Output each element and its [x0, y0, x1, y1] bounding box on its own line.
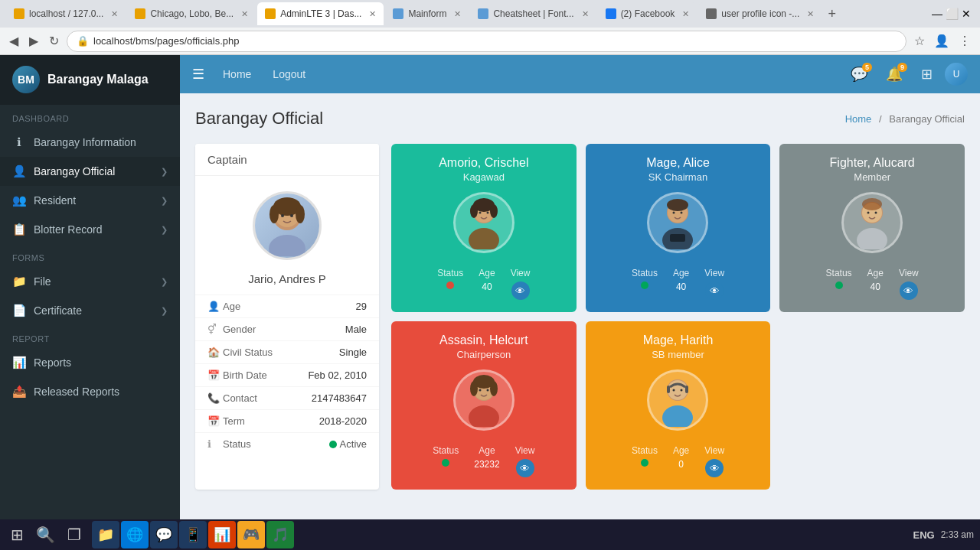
sidebar-item-file[interactable]: 📁 File ❯ — [0, 267, 180, 296]
svg-point-35 — [479, 389, 481, 392]
start-button[interactable]: ⊞ — [6, 524, 28, 545]
minimize-button[interactable]: — — [932, 8, 942, 20]
official-stat-view-5[interactable]: View 👁 — [704, 445, 724, 477]
taskbar-app-3[interactable]: 💬 — [150, 521, 178, 548]
taskbar-app-6[interactable]: 🎮 — [237, 521, 265, 548]
notif-badge: 9 — [897, 63, 907, 72]
tab-close-3[interactable]: ✕ — [369, 9, 376, 19]
gender-icon: ⚥ — [207, 324, 223, 335]
tab-close-5[interactable]: ✕ — [582, 9, 589, 19]
captain-status-row: ℹ Status Active — [195, 432, 379, 455]
avatar-svg-3 — [845, 196, 899, 249]
official-stat-view-2[interactable]: View 👁 — [704, 268, 724, 300]
tab-1[interactable]: localhost / 127.0... ✕ — [6, 2, 126, 25]
captain-avatar-container — [195, 176, 379, 268]
view-label-5: View — [704, 445, 724, 456]
tab-close-6[interactable]: ✕ — [682, 9, 689, 19]
resident-icon: 👥 — [12, 194, 26, 207]
tab-label-1: localhost / 127.0... — [29, 8, 103, 19]
tab-close-7[interactable]: ✕ — [807, 9, 814, 19]
official-stat-view-3[interactable]: View 👁 — [899, 268, 919, 300]
forward-button[interactable]: ▶ — [26, 32, 41, 50]
official-stat-view-4[interactable]: View 👁 — [515, 445, 535, 477]
taskbar-app-5[interactable]: 📊 — [208, 521, 236, 548]
tab-close-4[interactable]: ✕ — [454, 9, 461, 19]
sidebar-item-resident[interactable]: 👥 Resident ❯ — [0, 186, 180, 215]
officials-grid: Amorio, Crischel Kagawad — [391, 144, 965, 490]
view-button-4[interactable]: 👁 — [516, 459, 534, 477]
sidebar-item-blotter[interactable]: 📋 Blotter Record ❯ — [0, 215, 180, 244]
tab-7[interactable]: user profile icon -... ✕ — [698, 2, 822, 25]
back-button[interactable]: ◀ — [6, 32, 21, 50]
official-stat-age-5: Age 0 — [673, 445, 689, 477]
tab-close-1[interactable]: ✕ — [111, 9, 118, 19]
sidebar-label-released-reports: Released Reports — [34, 386, 168, 398]
sidebar-item-barangay-info[interactable]: ℹ Barangay Information — [0, 128, 180, 157]
taskbar-app-4[interactable]: 📱 — [179, 521, 207, 548]
sidebar-item-barangay-official[interactable]: 👤 Barangay Official ❯ — [0, 157, 180, 186]
navbar-logout-button[interactable]: Logout — [263, 63, 315, 85]
taskbar-app-7[interactable]: 🎵 — [266, 521, 294, 548]
sidebar: BM Barangay Malaga DASHBOARD ℹ Barangay … — [0, 55, 180, 550]
age-value-1: 40 — [482, 282, 492, 292]
taskview-button[interactable]: ❐ — [63, 524, 86, 545]
maximize-button[interactable]: ⬜ — [946, 8, 959, 20]
age-value-5: 0 — [678, 459, 684, 470]
tab-2[interactable]: Chicago, Lobo, Be... ✕ — [127, 2, 256, 25]
gender-label: Gender — [223, 324, 345, 335]
tab-close-2[interactable]: ✕ — [241, 9, 248, 19]
close-browser-button[interactable]: ✕ — [962, 8, 971, 20]
view-label-4: View — [515, 445, 535, 456]
status-dot-1 — [446, 282, 454, 289]
breadcrumb: Home / Barangay Official — [845, 113, 965, 125]
age-label-1: Age — [479, 268, 495, 278]
tab-5[interactable]: Cheatsheet | Font... ✕ — [470, 2, 596, 25]
reload-button[interactable]: ↻ — [46, 32, 62, 50]
sidebar-item-released-reports[interactable]: 📤 Released Reports — [0, 377, 180, 406]
grid-menu-button[interactable]: ⊞ — [915, 63, 939, 86]
tab-label-7: user profile icon -... — [721, 8, 799, 19]
new-tab-button[interactable]: + — [823, 6, 841, 22]
messages-button[interactable]: 💬 5 — [844, 63, 874, 86]
tab-4[interactable]: Mainform ✕ — [385, 2, 469, 25]
captain-age-row: 👤 Age 29 — [195, 295, 379, 317]
notifications-button[interactable]: 🔔 9 — [880, 63, 909, 86]
browser-menu-button[interactable]: ⋮ — [956, 32, 974, 50]
view-button-1[interactable]: 👁 — [511, 282, 530, 300]
page-header: Barangay Official Home / Barangay Offici… — [195, 109, 965, 129]
sidebar-section-dashboard: DASHBOARD — [0, 105, 180, 128]
captain-gender-row: ⚥ Gender Male — [195, 317, 379, 340]
status-label: Status — [223, 438, 329, 450]
user-avatar[interactable]: U — [945, 63, 968, 86]
breadcrumb-home[interactable]: Home — [845, 113, 872, 125]
tab-favicon-3 — [265, 8, 276, 19]
official-card-2: Mage, Alice SK Chairman — [586, 144, 771, 312]
tab-6[interactable]: (2) Facebook ✕ — [598, 2, 697, 25]
navbar-home-button[interactable]: Home — [214, 63, 260, 85]
view-button-3[interactable]: 👁 — [900, 282, 918, 300]
official-stat-status-4: Status — [433, 445, 459, 477]
official-name-4: Assasin, Helcurt — [439, 334, 528, 347]
view-button-5[interactable]: 👁 — [705, 459, 724, 477]
tab-3[interactable]: AdminLTE 3 | Das... ✕ — [257, 2, 384, 25]
user-account-button[interactable]: 👤 — [931, 32, 952, 50]
taskbar-app-1[interactable]: 📁 — [92, 521, 119, 548]
address-bar[interactable]: 🔒 localhost/bms/pages/officials.php — [67, 31, 906, 52]
sidebar-item-certificate[interactable]: 📄 Certificate ❯ — [0, 296, 180, 325]
bookmark-button[interactable]: ☆ — [911, 32, 928, 50]
view-button-2[interactable]: 👁 — [705, 282, 724, 300]
svg-point-34 — [490, 381, 498, 396]
official-stat-view-1[interactable]: View 👁 — [511, 268, 531, 300]
captain-contact-row: 📞 Contact 2147483647 — [195, 386, 379, 409]
official-role-1: Kagawad — [463, 171, 505, 183]
svg-point-21 — [681, 212, 683, 214]
taskbar-app-2[interactable]: 🌐 — [121, 521, 149, 548]
svg-rect-22 — [670, 234, 685, 242]
navbar-toggle-button[interactable]: ☰ — [192, 66, 204, 83]
status-dot-2 — [641, 282, 648, 289]
search-taskbar-button[interactable]: 🔍 — [31, 524, 60, 545]
status-text: Active — [340, 438, 367, 450]
sidebar-item-reports[interactable]: 📊 Reports — [0, 348, 180, 377]
info-icon: ℹ — [12, 135, 26, 149]
reports-icon: 📊 — [12, 356, 26, 369]
